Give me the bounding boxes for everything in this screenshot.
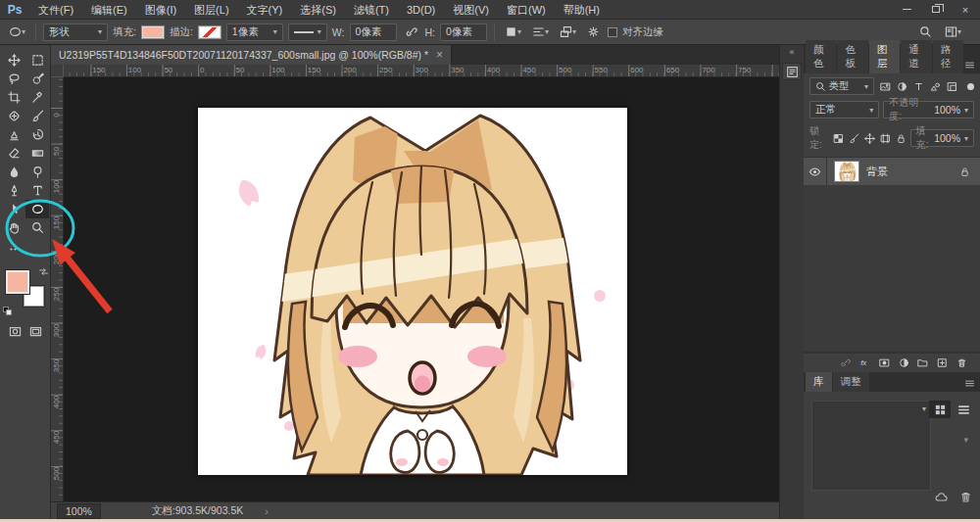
- panel-tab-颜色[interactable]: 颜色: [806, 40, 836, 73]
- move-tool[interactable]: [2, 51, 25, 70]
- swap-colors-button[interactable]: [38, 266, 49, 277]
- filtering-toggle[interactable]: [967, 83, 974, 90]
- blur-tool[interactable]: [2, 163, 25, 181]
- edit-toolbar-button[interactable]: [3, 241, 26, 257]
- document-tab[interactable]: U2319P55T4D134846F50DT20071120174337_600…: [51, 45, 452, 65]
- horizontal-ruler[interactable]: 1501005005010015020025030035040045050055…: [64, 65, 779, 77]
- quick-mask-button[interactable]: [9, 325, 22, 338]
- menu-item-8[interactable]: 3D(D): [398, 0, 444, 20]
- menu-item-6[interactable]: 选择(S): [291, 0, 345, 20]
- filter-smart-objects-button[interactable]: [947, 81, 957, 92]
- tool-preset-picker[interactable]: ▾: [6, 23, 28, 42]
- menu-item-3[interactable]: 图像(I): [136, 0, 185, 20]
- stroke-type-select[interactable]: ▾: [288, 24, 327, 41]
- lock-all-button[interactable]: [896, 133, 906, 144]
- add-layer-mask-button[interactable]: [879, 357, 890, 368]
- path-select-tool[interactable]: [2, 200, 25, 218]
- layer-styles-button[interactable]: fx: [859, 357, 870, 368]
- lock-image-pixels-button[interactable]: [849, 133, 859, 144]
- eyedropper-tool[interactable]: [25, 88, 49, 107]
- healing-brush-tool[interactable]: [2, 107, 25, 125]
- menu-item-11[interactable]: 帮助(H): [555, 0, 609, 20]
- zoom-tool[interactable]: [25, 218, 49, 237]
- layer-visibility-toggle[interactable]: [804, 158, 827, 185]
- open-image-chibi-girl[interactable]: [198, 108, 627, 475]
- library-list-area[interactable]: ▾: [811, 401, 931, 491]
- path-alignment-button[interactable]: ▾: [529, 23, 552, 42]
- properties-panel-button[interactable]: [782, 63, 802, 80]
- panel-tab-通道[interactable]: 通道: [901, 40, 931, 73]
- fill-color-swatch[interactable]: [141, 25, 165, 39]
- marquee-tool[interactable]: [25, 51, 49, 70]
- menu-item-9[interactable]: 视图(V): [444, 0, 498, 20]
- pen-tool[interactable]: [2, 181, 25, 200]
- library-delete-button[interactable]: [959, 491, 972, 503]
- lasso-tool[interactable]: [2, 70, 25, 88]
- ellipse-tool[interactable]: [25, 200, 49, 218]
- brush-tool[interactable]: [25, 107, 49, 125]
- lock-position-button[interactable]: [864, 133, 875, 144]
- panel-tab-路径[interactable]: 路径: [933, 40, 963, 73]
- shape-settings-button[interactable]: [584, 23, 603, 42]
- panel-tab-色板[interactable]: 色板: [837, 40, 867, 73]
- restore-button[interactable]: [921, 0, 951, 20]
- menu-item-2[interactable]: 编辑(E): [82, 0, 136, 20]
- status-options-chevron[interactable]: ›: [265, 505, 269, 517]
- link-layers-button[interactable]: [840, 357, 851, 368]
- align-edges-checkbox[interactable]: [608, 27, 617, 37]
- tool-mode-select[interactable]: 形状▾: [43, 24, 108, 41]
- library-collapse-chevron[interactable]: ▾: [963, 435, 968, 445]
- fill-field[interactable]: 填充:100%▾: [910, 129, 974, 147]
- layer-filter-select[interactable]: 类型▾: [809, 77, 874, 95]
- vertical-ruler[interactable]: 050100150200250300350400450500: [51, 77, 64, 501]
- dodge-tool[interactable]: [25, 163, 49, 181]
- dock-tab-库[interactable]: 库: [806, 372, 832, 392]
- panel-menu-icon[interactable]: [964, 378, 975, 392]
- type-tool[interactable]: [25, 181, 49, 200]
- filter-adjustment-layers-button[interactable]: [897, 81, 907, 92]
- crop-tool[interactable]: [2, 88, 25, 107]
- filter-shape-layers-button[interactable]: [930, 81, 941, 92]
- ruler-origin-corner[interactable]: [51, 65, 64, 77]
- foreground-color-swatch[interactable]: [6, 270, 29, 294]
- blend-mode-select[interactable]: 正常▾: [809, 101, 879, 119]
- new-layer-button[interactable]: [937, 357, 948, 368]
- tab-close-icon[interactable]: ×: [436, 48, 443, 62]
- path-arrangement-button[interactable]: ▾: [557, 23, 579, 42]
- default-colors-button[interactable]: [3, 307, 13, 316]
- stroke-color-swatch[interactable]: [198, 25, 221, 39]
- history-brush-tool[interactable]: [25, 125, 49, 144]
- eraser-tool[interactable]: [2, 144, 25, 163]
- new-group-button[interactable]: [917, 357, 928, 368]
- filter-pixel-layers-button[interactable]: [880, 81, 891, 92]
- library-sync-button[interactable]: [935, 491, 948, 503]
- search-button[interactable]: [919, 25, 932, 38]
- menu-item-10[interactable]: 窗口(W): [498, 0, 555, 20]
- screen-mode-button[interactable]: [29, 325, 42, 338]
- lock-transparent-pixels-button[interactable]: [833, 133, 844, 144]
- minimize-button[interactable]: [892, 0, 921, 20]
- panel-menu-icon[interactable]: [964, 60, 975, 73]
- menu-item-4[interactable]: 图层(L): [185, 0, 237, 20]
- new-adjustment-layer-button[interactable]: [899, 357, 909, 368]
- layer-row-background[interactable]: 背景: [804, 158, 980, 185]
- opacity-field[interactable]: 不透明度:100%▾: [883, 101, 974, 119]
- gradient-tool[interactable]: [25, 144, 49, 163]
- canvas-viewport[interactable]: [64, 77, 779, 501]
- hand-tool[interactable]: [2, 218, 25, 237]
- library-list-view-button[interactable]: [953, 401, 974, 418]
- stroke-width-field[interactable]: 1像素▾: [226, 24, 283, 41]
- menu-item-7[interactable]: 滤镜(T): [345, 0, 398, 20]
- library-grid-view-button[interactable]: [929, 401, 951, 418]
- menu-item-1[interactable]: 文件(F): [29, 0, 82, 20]
- clone-stamp-tool[interactable]: [2, 125, 25, 144]
- delete-layer-button[interactable]: [956, 357, 967, 368]
- zoom-level-field[interactable]: 100%: [57, 503, 101, 519]
- close-button[interactable]: ×: [951, 0, 980, 20]
- workspace-switcher[interactable]: ▾: [942, 23, 964, 42]
- path-operations-button[interactable]: ▾: [502, 23, 524, 42]
- shape-height-field[interactable]: 0像素: [440, 24, 487, 41]
- link-dimensions-button[interactable]: [402, 23, 420, 42]
- filter-type-layers-button[interactable]: [913, 81, 924, 92]
- lock-artboard-button[interactable]: [880, 133, 891, 144]
